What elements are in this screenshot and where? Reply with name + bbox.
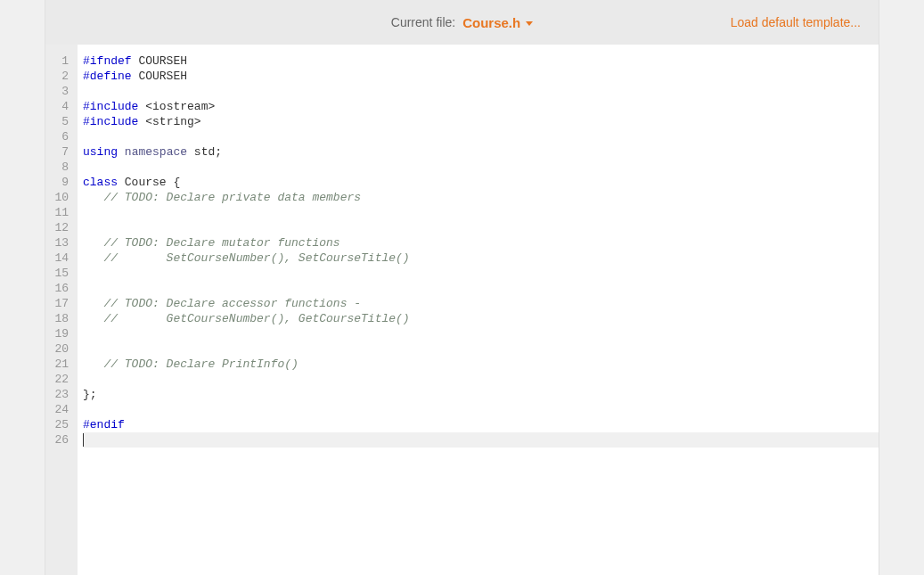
line-number: 15	[45, 266, 72, 281]
code-line[interactable]	[83, 432, 879, 448]
line-number: 10	[45, 190, 72, 205]
line-number: 25	[45, 417, 72, 432]
line-number: 2	[45, 69, 72, 84]
code-line[interactable]	[83, 84, 879, 99]
line-number: 8	[45, 160, 72, 175]
code-line[interactable]: // TODO: Declare mutator functions	[83, 235, 879, 251]
code-line[interactable]: #ifndef COURSEH	[83, 53, 879, 69]
code-line[interactable]	[83, 220, 879, 235]
line-number: 23	[45, 387, 72, 402]
code-line[interactable]: #include <iostream>	[83, 99, 879, 114]
line-number-gutter: 1234567891011121314151617181920212223242…	[45, 45, 78, 575]
code-line[interactable]	[83, 205, 879, 220]
code-line[interactable]: #include <string>	[83, 114, 879, 129]
code-editor[interactable]: 1234567891011121314151617181920212223242…	[45, 45, 879, 575]
line-number: 6	[45, 129, 72, 144]
line-number: 17	[45, 296, 72, 311]
code-line[interactable]	[83, 160, 879, 175]
code-line[interactable]: // GetCourseNumber(), GetCourseTitle()	[83, 311, 879, 326]
code-line[interactable]: // SetCourseNumber(), SetCourseTitle()	[83, 251, 879, 266]
line-number: 7	[45, 144, 72, 160]
text-cursor	[83, 433, 84, 447]
line-number: 4	[45, 99, 72, 114]
code-line[interactable]: // TODO: Declare private data members	[83, 190, 879, 205]
line-number: 18	[45, 311, 72, 326]
caret-down-icon	[526, 21, 533, 26]
line-number: 1	[45, 53, 72, 69]
line-number: 16	[45, 281, 72, 296]
file-header: Current file: Course.h Load default temp…	[45, 0, 879, 45]
code-line[interactable]: };	[83, 387, 879, 402]
code-line[interactable]: #endif	[83, 417, 879, 432]
code-line[interactable]: #define COURSEH	[83, 69, 879, 84]
code-line[interactable]	[83, 402, 879, 417]
line-number: 24	[45, 402, 72, 417]
code-line[interactable]: using namespace std;	[83, 144, 879, 160]
code-line[interactable]	[83, 341, 879, 357]
line-number: 26	[45, 432, 72, 448]
code-area[interactable]: #ifndef COURSEH#define COURSEH#include <…	[78, 45, 879, 575]
editor-container: Current file: Course.h Load default temp…	[45, 0, 879, 575]
line-number: 20	[45, 341, 72, 357]
code-line[interactable]	[83, 281, 879, 296]
code-line[interactable]	[83, 266, 879, 281]
line-number: 14	[45, 251, 72, 266]
line-number: 22	[45, 372, 72, 387]
line-number: 12	[45, 220, 72, 235]
code-line[interactable]: // TODO: Declare accessor functions -	[83, 296, 879, 311]
code-line[interactable]	[83, 129, 879, 144]
current-file-name: Course.h	[462, 15, 520, 30]
file-selector-dropdown[interactable]: Course.h	[462, 15, 533, 30]
line-number: 13	[45, 235, 72, 251]
code-line[interactable]: class Course {	[83, 175, 879, 190]
line-number: 19	[45, 326, 72, 341]
current-file-label: Current file:	[391, 15, 455, 29]
code-line[interactable]	[83, 326, 879, 341]
code-line[interactable]: // TODO: Declare PrintInfo()	[83, 357, 879, 372]
line-number: 21	[45, 357, 72, 372]
load-default-template-link[interactable]: Load default template...	[731, 15, 861, 29]
code-line[interactable]	[83, 372, 879, 387]
line-number: 9	[45, 175, 72, 190]
line-number: 5	[45, 114, 72, 129]
line-number: 3	[45, 84, 72, 99]
line-number: 11	[45, 205, 72, 220]
